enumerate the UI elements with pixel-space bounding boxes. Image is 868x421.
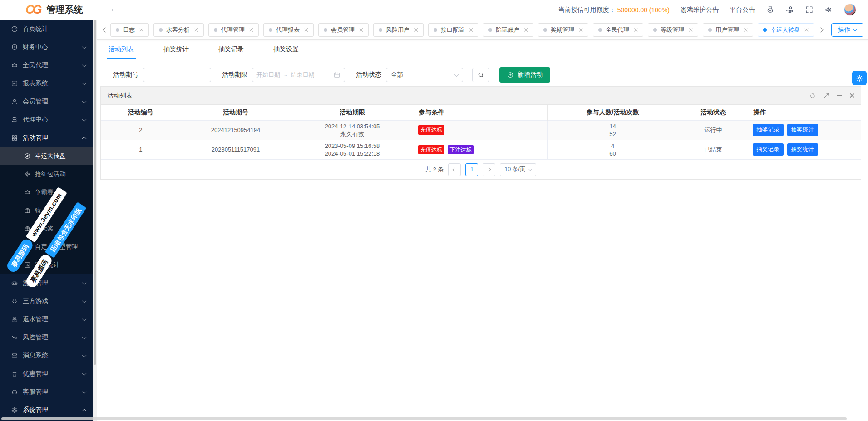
tab-接口配置[interactable]: 接口配置 xyxy=(428,23,478,37)
tab-代理报表[interactable]: 代理报表 xyxy=(263,23,314,37)
column-header: 活动编号 xyxy=(101,105,181,120)
close-icon[interactable] xyxy=(469,28,473,32)
sidebar-item-优惠管理[interactable]: 优惠管理 xyxy=(0,365,93,383)
close-icon[interactable] xyxy=(249,28,253,32)
sidebar-item-代理中心[interactable]: 代理中心 xyxy=(0,111,93,129)
page-tab-抽奖记录[interactable]: 抽奖记录 xyxy=(218,40,244,59)
row-action-button[interactable]: 抽奖记录 xyxy=(753,143,784,156)
open-tabs: 日志水客分析代理管理代理报表会员管理风险用户接口配置陪玩账户奖期管理全民代理等级… xyxy=(110,23,816,37)
horizontal-scrollbar[interactable] xyxy=(1,417,847,420)
close-icon[interactable] xyxy=(743,28,748,32)
close-icon[interactable] xyxy=(849,93,854,98)
tab-日志[interactable]: 日志 xyxy=(110,23,149,37)
fullscreen-icon[interactable] xyxy=(805,5,814,14)
sidebar-subitem-猜[interactable]: 猜 xyxy=(0,201,93,220)
sidebar-subitem-数大奖[interactable]: 数大奖 xyxy=(0,220,93,238)
tab-label: 风险用户 xyxy=(386,26,409,34)
tab-label: 接口配置 xyxy=(441,26,464,34)
close-icon[interactable] xyxy=(359,28,363,32)
row-action-button[interactable]: 抽奖记录 xyxy=(753,124,784,136)
search-button[interactable] xyxy=(472,68,489,82)
close-icon[interactable] xyxy=(578,28,583,32)
page-tab-抽奖统计[interactable]: 抽奖统计 xyxy=(163,40,189,59)
tab-用户管理[interactable]: 用户管理 xyxy=(703,23,753,37)
close-icon[interactable] xyxy=(414,28,418,32)
sidebar-collapse-icon[interactable] xyxy=(107,6,115,14)
platform-notice-link[interactable]: 平台公告 xyxy=(730,6,755,14)
minimize-icon[interactable] xyxy=(837,95,842,96)
settings-gear-button[interactable] xyxy=(852,71,867,85)
tab-等级管理[interactable]: 等级管理 xyxy=(648,23,698,37)
cell-actions: 抽奖记录抽奖统计 xyxy=(749,140,861,159)
sidebar-item-客服管理[interactable]: 客服管理 xyxy=(0,383,93,401)
scrollbar-thumb[interactable] xyxy=(94,20,96,365)
tab-代理管理[interactable]: 代理管理 xyxy=(208,23,259,37)
add-activity-button[interactable]: 新增活动 xyxy=(499,67,550,83)
tabs-scroll-left-icon[interactable] xyxy=(100,23,110,37)
sidebar-item-风控管理[interactable]: 风控管理 xyxy=(0,328,93,347)
tab-会员管理[interactable]: 会员管理 xyxy=(318,23,369,37)
close-icon[interactable] xyxy=(804,28,809,32)
sidebar-item-全民代理[interactable]: 全民代理 xyxy=(0,56,93,74)
close-icon[interactable] xyxy=(194,28,198,32)
avatar[interactable] xyxy=(844,4,856,16)
tab-陪玩账户[interactable]: 陪玩账户 xyxy=(483,23,533,37)
period-input[interactable] xyxy=(143,68,211,82)
status-select[interactable]: 全部 xyxy=(386,68,463,82)
sidebar-subitem-争霸赛[interactable]: 争霸赛 xyxy=(0,183,93,201)
sidebar-item-财务中心[interactable]: 财务中心 xyxy=(0,38,93,56)
sidebar-item-活动管理[interactable]: 活动管理 xyxy=(0,129,93,147)
sidebar-subitem-自定义类型管理[interactable]: 自定义类型管理 xyxy=(0,238,93,256)
tab-actions-label: 操作 xyxy=(838,26,850,34)
sidebar-subitem-抢红包活动[interactable]: 抢红包活动 xyxy=(0,165,93,183)
sidebar-item-返水管理[interactable]: 返水管理 xyxy=(0,310,93,328)
tab-actions-dropdown[interactable]: 操作 xyxy=(831,23,863,37)
expand-icon[interactable] xyxy=(823,93,829,99)
tab-奖期管理[interactable]: 奖期管理 xyxy=(538,23,588,37)
sidebar-item-消息系统[interactable]: 消息系统 xyxy=(0,347,93,365)
sidebar-item-报表系统[interactable]: 报表系统 xyxy=(0,74,93,93)
stats-icon xyxy=(24,261,31,269)
sidebar-item-会员管理[interactable]: 会员管理 xyxy=(0,93,93,111)
tab-风险用户[interactable]: 风险用户 xyxy=(373,23,424,37)
sidebar: 首页统计财务中心全民代理报表系统会员管理代理中心活动管理幸运大转盘抢红包活动争霸… xyxy=(0,20,93,421)
page-size-select[interactable]: 10 条/页 xyxy=(500,163,536,176)
date-range-picker[interactable]: 开始日期 ~ 结束日期 xyxy=(252,68,345,82)
sidebar-subitem-活动统计[interactable]: 活动统计 xyxy=(0,256,93,274)
table-body: 22024121509541942024-12-14 03:54:05永久有效充… xyxy=(101,120,861,159)
tab-全民代理[interactable]: 全民代理 xyxy=(593,23,643,37)
next-page-button[interactable] xyxy=(483,163,495,176)
prev-page-button[interactable] xyxy=(448,163,461,176)
moneybag-icon[interactable] xyxy=(766,5,774,14)
row-action-button[interactable]: 抽奖统计 xyxy=(787,124,818,136)
maintenance-notice-link[interactable]: 游戏维护公告 xyxy=(681,6,719,14)
condition-badge: 充值达标 xyxy=(418,145,444,154)
app-header: CG 管理系统 当前授信可用额度： 500000.00 (100%) 游戏维护公… xyxy=(0,0,868,20)
panel-title: 活动列表 xyxy=(107,92,133,100)
tab-水客分析[interactable]: 水客分析 xyxy=(153,23,204,37)
close-icon[interactable] xyxy=(304,28,308,32)
sidebar-item-label: 三方游戏 xyxy=(23,297,83,305)
hand-coin-icon[interactable] xyxy=(785,5,794,14)
tabs-scroll-right-icon[interactable] xyxy=(816,23,826,37)
close-icon[interactable] xyxy=(523,28,528,32)
close-icon[interactable] xyxy=(633,28,638,32)
sidebar-subitem-幸运大转盘[interactable]: 幸运大转盘 xyxy=(0,147,93,165)
page-number-button[interactable]: 1 xyxy=(465,163,478,176)
close-icon[interactable] xyxy=(688,28,693,32)
page-tab-抽奖设置[interactable]: 抽奖设置 xyxy=(273,40,299,59)
tab-status-dot xyxy=(653,28,657,32)
speaker-icon[interactable] xyxy=(824,5,833,14)
refresh-icon[interactable] xyxy=(809,93,816,99)
row-action-button[interactable]: 抽奖统计 xyxy=(787,143,818,156)
sidebar-scrollbar[interactable] xyxy=(93,20,97,421)
tab-label: 陪玩账户 xyxy=(496,26,519,34)
page-tab-活动列表[interactable]: 活动列表 xyxy=(108,40,134,59)
tab-幸运大转盘[interactable]: 幸运大转盘 xyxy=(758,23,814,37)
close-icon[interactable] xyxy=(139,28,143,32)
sidebar-item-系统管理[interactable]: 系统管理 xyxy=(0,401,93,419)
sidebar-item-首页统计[interactable]: 首页统计 xyxy=(0,20,93,38)
sidebar-item-三方游戏[interactable]: 三方游戏 xyxy=(0,292,93,310)
sidebar-item-游戏管理[interactable]: 游戏管理 xyxy=(0,274,93,292)
crown-icon xyxy=(11,62,18,69)
